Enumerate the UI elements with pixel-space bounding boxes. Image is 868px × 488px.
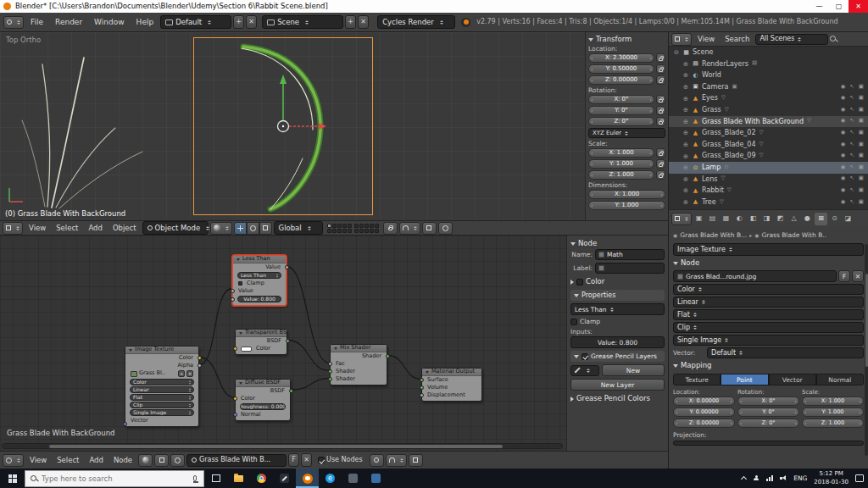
tab-texture[interactable]: Texture: [673, 374, 721, 385]
properties-section-header[interactable]: Properties: [570, 290, 665, 301]
expand-icon[interactable]: ⊕: [682, 60, 689, 68]
tab-point[interactable]: Point: [721, 374, 768, 385]
properties-tab-particles[interactable]: ⊙: [828, 213, 841, 225]
menu-add[interactable]: Add: [85, 456, 107, 464]
operation-selector[interactable]: Less Than: [237, 272, 281, 279]
properties-tab-scene[interactable]: ▦: [720, 213, 732, 225]
clamp-row[interactable]: Clamp: [570, 318, 665, 325]
screen-layout-selector[interactable]: Default: [160, 15, 231, 29]
render-opengl-anim-button[interactable]: [438, 222, 453, 235]
menu-node[interactable]: Node: [109, 456, 136, 464]
menu-help[interactable]: Help: [131, 18, 159, 27]
outliner-item-rabbit[interactable]: ⊕▲Rabbit▽◉↖▣: [669, 185, 868, 197]
scale-y-field[interactable]: Y:1.000: [588, 159, 654, 169]
lock-rotation-x-button[interactable]: [656, 95, 665, 104]
mapping-scale-z-field[interactable]: Z:1.000: [802, 419, 864, 428]
outliner-item-eyes[interactable]: ⊕▲Eyes▽◉↖▣: [669, 92, 868, 104]
menu-search[interactable]: Search: [721, 35, 754, 43]
clamp-checkbox[interactable]: [570, 319, 577, 325]
menu-select[interactable]: Select: [52, 224, 82, 232]
render-toggle-icon[interactable]: ▣: [859, 84, 864, 91]
location-z-field[interactable]: Z:0.00000: [588, 75, 654, 85]
scrollbar-thumb[interactable]: [49, 445, 503, 448]
tab-vector[interactable]: Vector: [769, 374, 816, 385]
mapping-rotation-x-field[interactable]: X:0°: [737, 396, 799, 406]
outliner-item-grass-blade-09[interactable]: ⊕▲Grass_Blade_09▽◉↖▣: [669, 150, 868, 162]
scrollbar-thumb[interactable]: [865, 274, 868, 367]
render-toggle-icon[interactable]: ▣: [859, 141, 864, 148]
cursor-icon[interactable]: ↖: [849, 187, 854, 194]
blender-taskbar-button[interactable]: [296, 469, 319, 488]
menu-add[interactable]: Add: [84, 224, 106, 232]
eye-icon[interactable]: ◉: [841, 175, 846, 182]
breadcrumb-item[interactable]: Grass Blade With B...: [680, 231, 747, 239]
node-label-field[interactable]: [595, 263, 665, 274]
mapping-scale-x-field[interactable]: X:1.000: [802, 396, 864, 406]
value-slider[interactable]: Value: 0.800: [570, 336, 665, 348]
menu-select[interactable]: Select: [53, 456, 83, 464]
eye-icon[interactable]: ◉: [841, 187, 846, 194]
output-socket[interactable]: [289, 389, 293, 393]
render-toggle-icon[interactable]: ▣: [859, 187, 864, 194]
grease-pencil-colors-header[interactable]: Grease Pencil Colors: [570, 393, 665, 404]
outliner-scope-selector[interactable]: All Scenes: [755, 34, 828, 45]
eye-icon[interactable]: ◉: [841, 130, 846, 136]
render-toggle-icon[interactable]: ▣: [859, 164, 864, 171]
roughness-field[interactable]: Roughness: 0.000: [240, 403, 286, 410]
layer-buttons[interactable]: [327, 224, 379, 233]
taskbar-app-button[interactable]: [364, 469, 387, 488]
scene-selector[interactable]: Scene: [262, 15, 343, 29]
lock-location-y-button[interactable]: [656, 64, 665, 74]
start-button[interactable]: [0, 469, 25, 488]
properties-tab-constraints[interactable]: ◨: [760, 213, 773, 225]
expand-icon[interactable]: ⊕: [682, 106, 689, 114]
close-button[interactable]: ✕: [849, 0, 868, 13]
input-socket[interactable]: [233, 413, 237, 417]
viewport-3d[interactable]: Top Ortho: [0, 32, 585, 220]
mix-shader-node[interactable]: Mix Shader Shader Fac Shader Shader: [330, 344, 387, 385]
rotation-mode-selector[interactable]: XYZ Euler: [588, 128, 665, 138]
properties-tab-object[interactable]: ◧: [747, 213, 760, 225]
grease-pencil-layers-header[interactable]: Grease Pencil Layers: [570, 351, 665, 362]
render-toggle-icon[interactable]: ▣: [859, 118, 864, 125]
viewport-shading-button[interactable]: [210, 222, 232, 235]
render-engine-selector[interactable]: Cycles Render: [377, 15, 455, 29]
input-socket[interactable]: [420, 378, 424, 382]
extension-selector[interactable]: Clip: [130, 402, 194, 408]
eye-icon[interactable]: ◉: [841, 164, 846, 171]
mapping-section-header[interactable]: Mapping: [673, 360, 864, 371]
scale-x-field[interactable]: X:1.000: [588, 148, 654, 158]
editor-type-button[interactable]: [3, 222, 23, 235]
use-nodes-checkbox[interactable]: [318, 457, 325, 463]
outliner-item-scene[interactable]: ⊖▦Scene: [669, 47, 868, 58]
diffuse-bsdf-node[interactable]: Diffuse BSDF BSDF Color Roughness: 0.000…: [235, 379, 291, 421]
cursor-icon[interactable]: ↖: [849, 107, 854, 114]
tab-normal[interactable]: Normal: [816, 374, 864, 385]
cursor-icon[interactable]: ↖: [849, 95, 854, 102]
taskbar-app-button[interactable]: [273, 469, 296, 488]
expand-icon[interactable]: ⊕: [682, 186, 689, 194]
render-toggle-icon[interactable]: ▣: [859, 175, 864, 182]
maximize-button[interactable]: ▢: [829, 0, 849, 13]
location-x-field[interactable]: X:2.30000: [588, 53, 654, 63]
people-icon[interactable]: [753, 475, 760, 482]
editor-type-button[interactable]: [671, 213, 692, 225]
cursor-icon[interactable]: ↖: [849, 164, 854, 171]
image-texture-node[interactable]: Image Texture Color Alpha Grass Bl..+✕ C…: [125, 346, 199, 427]
language-indicator[interactable]: ENG: [793, 474, 807, 482]
output-socket[interactable]: [198, 363, 202, 368]
node-header[interactable]: Less Than: [233, 256, 286, 263]
extension-selector[interactable]: Clip: [673, 322, 864, 333]
mapping-location-y-field[interactable]: Y:0.00000: [673, 408, 735, 417]
vector-selector[interactable]: Default: [707, 347, 864, 358]
cursor-icon[interactable]: ↖: [849, 141, 854, 148]
browse-image-button[interactable]: +: [178, 370, 185, 377]
mapping-rotation-z-field[interactable]: Z:0°: [737, 419, 799, 428]
output-socket[interactable]: [198, 356, 202, 360]
properties-tab-world[interactable]: ◐: [733, 213, 746, 225]
render-toggle-icon[interactable]: ▣: [859, 130, 864, 136]
input-socket[interactable]: [328, 362, 332, 366]
add-layout-button[interactable]: +: [233, 15, 244, 29]
menu-view[interactable]: View: [25, 224, 50, 232]
texture-type-selector[interactable]: Image Texture: [673, 243, 864, 256]
